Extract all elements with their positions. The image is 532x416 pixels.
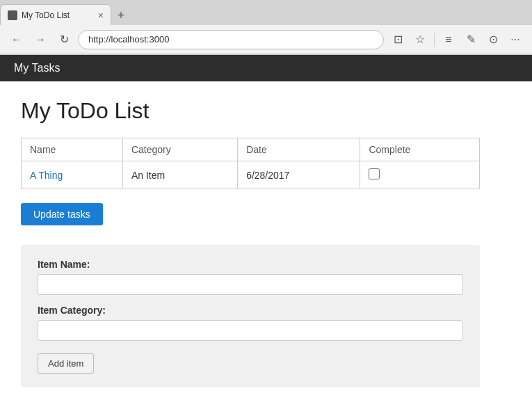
nav-bar: ← → ↻ http://localhost:3000 ⊡ ☆ ≡ ✎ ⊙ ··…: [0, 25, 532, 54]
item-name-label: Item Name:: [38, 259, 463, 270]
tab-label: My ToDo List: [22, 10, 94, 20]
table-row: A ThingAn Item6/28/2017: [22, 161, 480, 189]
task-category-cell: An Item: [122, 161, 237, 189]
add-item-button[interactable]: Add item: [38, 353, 94, 374]
item-name-group: Item Name:: [38, 259, 463, 295]
back-button[interactable]: ←: [7, 30, 26, 49]
update-tasks-button[interactable]: Update tasks: [21, 203, 103, 225]
app-header: My Tasks: [0, 55, 532, 81]
address-text: http://localhost:3000: [88, 34, 169, 45]
reload-button[interactable]: ↻: [54, 30, 74, 49]
reader-icon[interactable]: ⊡: [388, 30, 408, 49]
col-header-complete: Complete: [360, 138, 480, 161]
task-table: Name Category Date Complete A ThingAn It…: [21, 138, 480, 189]
forward-button[interactable]: →: [31, 30, 50, 49]
tab-close-button[interactable]: ×: [98, 10, 104, 20]
tab-favicon-icon: [8, 10, 17, 20]
table-header-row: Name Category Date Complete: [22, 138, 480, 161]
col-header-category: Category: [122, 138, 237, 161]
task-complete-cell: [360, 161, 480, 189]
col-header-name: Name: [22, 138, 123, 161]
address-bar[interactable]: http://localhost:3000: [78, 30, 384, 49]
menu-icon[interactable]: ≡: [439, 30, 458, 49]
nav-right-icons: ⊡ ☆ ≡ ✎ ⊙ ···: [388, 30, 525, 49]
nav-separator: [434, 33, 435, 47]
add-item-form: Item Name: Item Category: Add item: [21, 245, 480, 387]
app-header-title: My Tasks: [14, 62, 60, 74]
item-category-group: Item Category:: [38, 305, 463, 341]
browser-chrome: My ToDo List × + ← → ↻ http://localhost:…: [0, 0, 532, 55]
item-name-input[interactable]: [38, 274, 463, 295]
task-name-link[interactable]: A Thing: [30, 170, 63, 181]
app-content: My ToDo List Name Category Date Complete…: [0, 81, 532, 415]
more-options-icon[interactable]: ···: [506, 30, 525, 49]
task-complete-checkbox[interactable]: [369, 168, 380, 179]
edit-icon[interactable]: ✎: [461, 30, 481, 49]
page-title: My ToDo List: [21, 98, 511, 124]
task-date-cell: 6/28/2017: [238, 161, 360, 189]
item-category-input[interactable]: [38, 320, 463, 341]
bookmark-icon[interactable]: ☆: [410, 30, 430, 49]
new-tab-button[interactable]: +: [111, 6, 131, 25]
col-header-date: Date: [238, 138, 360, 161]
profile-icon[interactable]: ⊙: [483, 30, 503, 49]
tab-bar: My ToDo List × +: [0, 0, 532, 25]
item-category-label: Item Category:: [38, 305, 463, 316]
browser-tab[interactable]: My ToDo List ×: [0, 4, 111, 25]
task-name-cell: A Thing: [22, 161, 123, 189]
